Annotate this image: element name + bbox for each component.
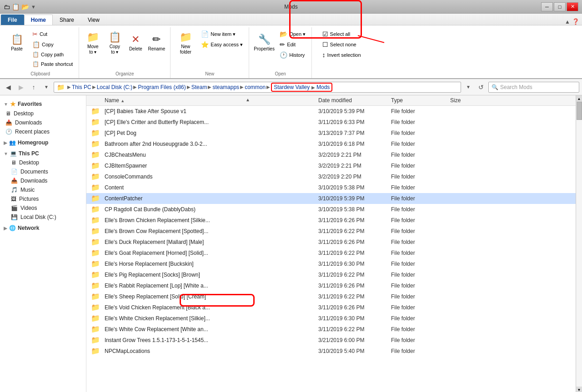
cut-button[interactable]: ✂ Cut — [30, 29, 75, 39]
path-stardew-valley[interactable]: Stardew Valley — [274, 84, 310, 90]
history-button[interactable]: 🕐 History — [277, 50, 308, 60]
rename-button[interactable]: ✏ Rename — [146, 29, 166, 56]
path-steam[interactable]: Steam — [191, 84, 207, 90]
table-row[interactable]: 📁 Elle's Brown Cow Replacement [Spotted]… — [86, 226, 576, 237]
scroll-down-button[interactable]: ▼ — [576, 387, 582, 392]
table-row[interactable]: 📁 CP Ragdoll Cat Bundle (DabblyDabs) 3/1… — [86, 204, 576, 215]
copy-to-button[interactable]: 📋 Copyto ▾ — [105, 29, 125, 57]
sidebar-item-downloads[interactable]: 📥 Downloads — [0, 118, 86, 127]
col-type-header[interactable]: Type — [391, 97, 450, 104]
table-row[interactable]: 📁 Content 3/10/2019 5:38 PM File folder — [86, 182, 576, 193]
sidebar-item-desktop-pc[interactable]: 🖥 Desktop — [0, 158, 86, 167]
table-row[interactable]: 📁 [CP] Pet Dog 3/13/2019 7:37 PM File fo… — [86, 128, 576, 139]
favorites-header[interactable]: ▼ ★ Favorites — [0, 99, 86, 109]
sidebar-item-local-disk[interactable]: 💾 Local Disk (C:) — [0, 213, 86, 222]
refresh-button[interactable]: ↺ — [476, 82, 487, 93]
sidebar-item-recent-places[interactable]: 🕐 Recent places — [0, 127, 86, 136]
table-row[interactable]: 📁 ConsoleCommands 3/2/2019 2:20 PM File … — [86, 171, 576, 182]
sidebar-item-pictures[interactable]: 🖼 Pictures — [0, 194, 86, 203]
file-type: File folder — [391, 250, 450, 256]
sidebar-item-documents[interactable]: 📄 Documents — [0, 167, 86, 176]
table-row[interactable]: 📁 Elle's Goat Replacement [Horned] [Soli… — [86, 248, 576, 258]
file-folder-icon: 📁 — [86, 347, 105, 355]
select-all-button[interactable]: ☑ Select all — [320, 29, 363, 39]
copy-button[interactable]: 📋 Copy — [30, 40, 75, 50]
table-row[interactable]: 📁 Elle's Horse Replacement [Buckskin] 3/… — [86, 258, 576, 269]
sidebar-item-videos[interactable]: 🎬 Videos — [0, 203, 86, 213]
this-pc-header[interactable]: ▼ 💻 This PC — [0, 149, 86, 158]
move-to-button[interactable]: 📁 Moveto ▾ — [83, 29, 103, 57]
table-row[interactable]: 📁 NPCMapLocations 3/10/2019 5:40 PM File… — [86, 346, 576, 357]
file-folder-icon: 📁 — [86, 227, 105, 235]
table-row[interactable]: 📁 Elle's Void Chicken Replacement [Black… — [86, 302, 576, 313]
sidebar-item-desktop[interactable]: 🖥 Desktop — [0, 109, 86, 118]
videos-icon: 🎬 — [11, 205, 18, 211]
table-row[interactable]: 📁 [CP] Elle's Critter and Butterfly Repl… — [86, 117, 576, 128]
table-row[interactable]: 📁 Elle's White Cow Replacement [White an… — [86, 324, 576, 335]
up-button[interactable]: ↑ — [28, 82, 39, 93]
window-icon-drive: 📂 — [21, 3, 29, 10]
properties-button[interactable]: 🔧 Properties — [253, 29, 276, 56]
recent-locations-button[interactable]: ▼ — [41, 82, 52, 93]
table-row[interactable]: 📁 Elle's White Chicken Replacement [Silk… — [86, 313, 576, 324]
table-row[interactable]: 📁 Elle's Brown Chicken Replacement [Silk… — [86, 215, 576, 226]
table-row[interactable]: 📁 CJBCheatsMenu 3/2/2019 2:21 PM File fo… — [86, 149, 576, 160]
maximize-button[interactable]: □ — [554, 2, 566, 11]
paste-shortcut-button[interactable]: 📋 Paste shortcut — [30, 60, 75, 69]
sidebar-item-music[interactable]: 🎵 Music — [0, 185, 86, 194]
tab-view[interactable]: View — [81, 15, 106, 25]
quick-access-arrow[interactable]: ▼ — [31, 4, 36, 10]
table-row[interactable]: 📁 Instant Grow Trees 1.5.1-173-1-5-1-154… — [86, 335, 576, 346]
scroll-track[interactable] — [577, 102, 582, 387]
new-item-button[interactable]: 📄 New item ▾ — [199, 29, 245, 39]
path-dropdown-button[interactable]: ▼ — [463, 82, 474, 93]
open-button[interactable]: 📂 Open ▾ — [277, 29, 308, 39]
forward-button[interactable]: ▶ — [15, 82, 26, 93]
delete-button[interactable]: ✕ Delete — [126, 29, 145, 56]
select-none-button[interactable]: ☐ Select none — [320, 40, 363, 50]
tab-file[interactable]: File — [1, 15, 24, 25]
table-row[interactable]: 📁 Elle's Duck Replacement [Mallard] [Mal… — [86, 237, 576, 248]
vertical-scrollbar[interactable]: ▲ ▼ — [576, 95, 582, 392]
path-program-files[interactable]: Program Files (x86) — [138, 84, 186, 90]
table-row[interactable]: 📁 CJBItemSpawner 3/2/2019 2:21 PM File f… — [86, 160, 576, 171]
table-row[interactable]: 📁 Elle's Sheep Replacement [Solid] [Crea… — [86, 291, 576, 302]
copy-path-button[interactable]: 📋 Copy path — [30, 50, 75, 59]
ribbon-tabs: File Home Share View ▲ ❓ — [0, 14, 582, 25]
ribbon-collapse-icon[interactable]: ▲ — [565, 19, 570, 25]
search-box[interactable]: 🔍 Search Mods — [488, 82, 579, 93]
new-folder-button[interactable]: 📁 Newfolder — [174, 29, 197, 57]
back-button[interactable]: ◀ — [3, 82, 14, 93]
col-size-header[interactable]: Size — [450, 97, 496, 104]
scroll-thumb[interactable] — [577, 102, 582, 120]
file-type: File folder — [391, 337, 450, 343]
address-path[interactable]: 📁 ▶ This PC ▶ Local Disk (C:) ▶ Program … — [54, 82, 461, 93]
path-this-pc[interactable]: This PC — [72, 84, 91, 90]
paste-button[interactable]: 📋 Paste — [5, 29, 28, 56]
path-common[interactable]: common — [245, 84, 266, 90]
help-icon[interactable]: ❓ — [572, 18, 579, 25]
table-row[interactable]: 📁 [CP] Babies Take After Spouse v1 3/10/… — [86, 106, 576, 117]
sidebar-item-downloads-pc[interactable]: 📥 Downloads — [0, 176, 86, 185]
path-steamapps[interactable]: steamapps — [212, 84, 239, 90]
homegroup-header[interactable]: ▶ 👥 Homegroup — [0, 138, 86, 147]
table-row[interactable]: 📁 ContentPatcher 3/10/2019 5:39 PM File … — [86, 193, 576, 204]
path-mods[interactable]: Mods — [316, 84, 330, 90]
file-type: File folder — [391, 239, 450, 245]
invert-selection-button[interactable]: ↕ Invert selection — [320, 50, 363, 60]
minimize-button[interactable]: ─ — [541, 2, 553, 11]
tab-share[interactable]: Share — [53, 15, 81, 25]
col-date-header[interactable]: Date modified — [318, 97, 391, 104]
close-button[interactable]: ✕ — [567, 2, 578, 11]
scroll-up-button[interactable]: ▲ — [576, 95, 582, 102]
tab-home[interactable]: Home — [24, 15, 53, 25]
path-local-disk[interactable]: Local Disk (C:) — [97, 84, 133, 90]
edit-button[interactable]: ✏ Edit — [277, 40, 308, 50]
table-row[interactable]: 📁 Bathroom after 2nd Houseupgrade 3.0-2.… — [86, 139, 576, 149]
table-row[interactable]: 📁 Elle's Pig Replacement [Socks] [Brown]… — [86, 269, 576, 280]
copy-label: Copy — [42, 42, 54, 47]
table-row[interactable]: 📁 Elle's Rabbit Replacement [Lop] [White… — [86, 280, 576, 291]
easy-access-button[interactable]: ⭐ Easy access ▾ — [199, 40, 245, 50]
col-name-header[interactable]: Name ▲ — [86, 97, 318, 104]
network-header[interactable]: ▶ 🌐 Network — [0, 223, 86, 233]
